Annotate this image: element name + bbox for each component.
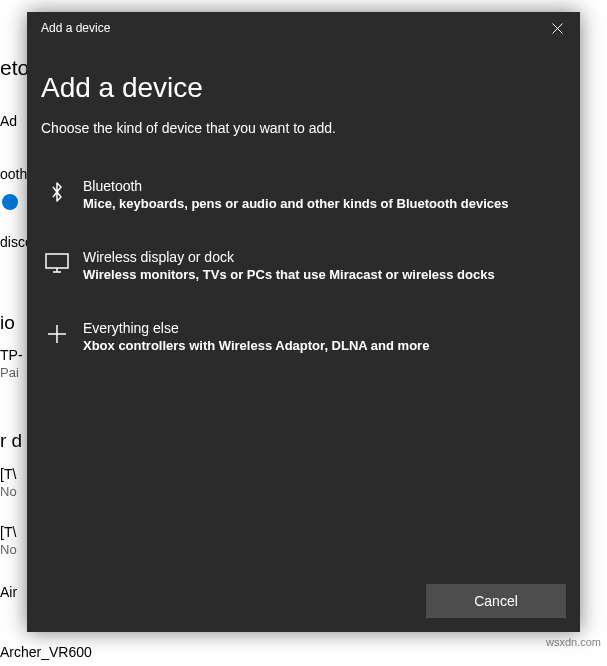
dialog-footer: Cancel xyxy=(41,584,566,618)
option-bluetooth-text: Bluetooth Mice, keyboards, pens or audio… xyxy=(83,178,562,211)
display-icon xyxy=(45,251,69,275)
dialog-subtitle: Choose the kind of device that you want … xyxy=(41,120,566,136)
svg-rect-0 xyxy=(46,254,68,268)
option-bluetooth[interactable]: Bluetooth Mice, keyboards, pens or audio… xyxy=(41,166,566,223)
bg-tv1: [T\ xyxy=(0,466,16,482)
close-button[interactable] xyxy=(534,12,580,44)
bg-other-fragment: r d xyxy=(0,430,22,452)
option-wireless-display-text: Wireless display or dock Wireless monito… xyxy=(83,249,562,282)
dialog-titlebar-text: Add a device xyxy=(41,21,110,35)
option-everything-else-text: Everything else Xbox controllers with Wi… xyxy=(83,320,562,353)
option-everything-else-desc: Xbox controllers with Wireless Adaptor, … xyxy=(83,338,562,353)
bg-tv2-status: No xyxy=(0,542,17,557)
bg-router: Archer_VR600 xyxy=(0,644,92,660)
option-bluetooth-title: Bluetooth xyxy=(83,178,562,194)
dialog-titlebar: Add a device xyxy=(27,12,580,44)
dialog-content: Add a device Choose the kind of device t… xyxy=(27,44,580,632)
cancel-button[interactable]: Cancel xyxy=(426,584,566,618)
plus-icon xyxy=(45,322,69,346)
add-device-dialog: Add a device Add a device Choose the kin… xyxy=(27,12,580,632)
dialog-heading: Add a device xyxy=(41,72,566,104)
bg-audio-fragment: io xyxy=(0,312,15,334)
watermark-text: wsxdn.com xyxy=(546,636,601,648)
close-icon xyxy=(552,23,563,34)
option-everything-else[interactable]: Everything else Xbox controllers with Wi… xyxy=(41,308,566,365)
option-wireless-display[interactable]: Wireless display or dock Wireless monito… xyxy=(41,237,566,294)
bg-tv2: [T\ xyxy=(0,524,16,540)
option-wireless-display-desc: Wireless monitors, TVs or PCs that use M… xyxy=(83,267,562,282)
bg-paired-fragment: Pai xyxy=(0,365,19,380)
option-bluetooth-desc: Mice, keyboards, pens or audio and other… xyxy=(83,196,562,211)
bluetooth-toggle-indicator xyxy=(2,194,18,210)
bg-heading-fragment: eto xyxy=(0,56,29,80)
bg-tv1-status: No xyxy=(0,484,17,499)
bluetooth-icon xyxy=(45,180,69,204)
option-everything-else-title: Everything else xyxy=(83,320,562,336)
bg-bluetooth-fragment: ooth xyxy=(0,166,27,182)
bg-device-tp: TP- xyxy=(0,347,23,363)
bg-add-fragment: Ad xyxy=(0,113,17,129)
bg-air-fragment: Air xyxy=(0,584,17,600)
option-wireless-display-title: Wireless display or dock xyxy=(83,249,562,265)
